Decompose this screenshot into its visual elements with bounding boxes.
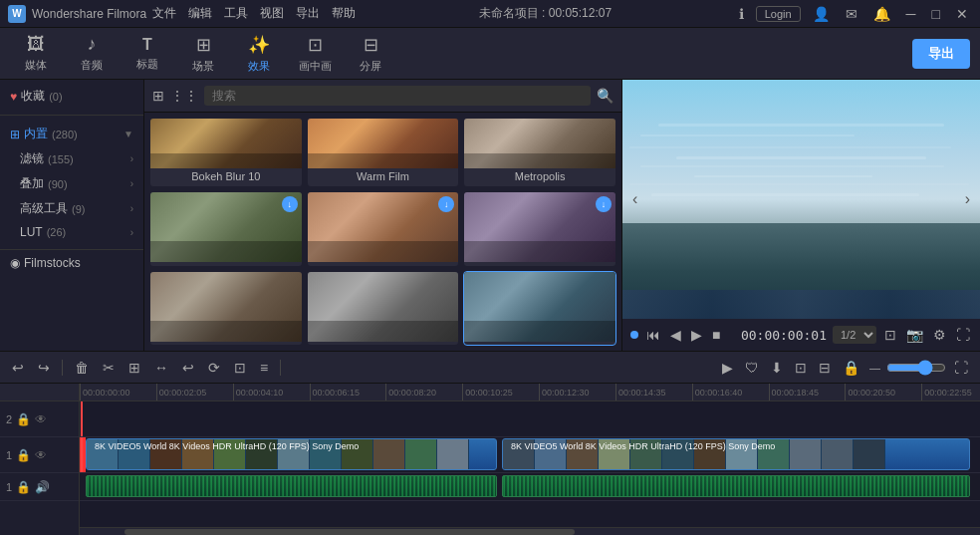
step-back-button[interactable]: ◀	[668, 325, 683, 345]
play-timeline-button[interactable]: ▶	[718, 358, 737, 378]
screenshot-button[interactable]: 📷	[904, 325, 925, 345]
clip-label-1: 8K VIDEO5 World 8K Videos HDR UltraHD (1…	[91, 439, 496, 451]
sidebar-section-favorites: ♥ 收藏 (0)	[0, 80, 143, 113]
effect-brannan[interactable]: ↓ Brannan	[464, 192, 615, 266]
sidebar-item-advanced[interactable]: 高级工具 (9) ›	[0, 196, 143, 221]
video-clip-2[interactable]: 8K VIDEO5 World 8K Videos HDR UltraHD (1…	[502, 438, 970, 470]
settings-button[interactable]: ⚙	[931, 325, 948, 345]
menu-help[interactable]: 帮助	[332, 5, 356, 22]
toolbar-media[interactable]: 🖼 媒体	[10, 32, 62, 76]
color-button[interactable]: ⊡	[230, 358, 250, 378]
preview-nav-left[interactable]: ‹	[632, 190, 637, 208]
effects-panel: ⊞ ⋮⋮ 🔍 Bokeh Blur 10 Warm Film	[144, 80, 621, 351]
effect-grey[interactable]: Grey	[308, 272, 459, 346]
audio-clip-1[interactable]	[86, 475, 497, 497]
sidebar-item-filter[interactable]: 滤镜 (155) ›	[0, 146, 143, 171]
close-button[interactable]: ✕	[952, 6, 972, 22]
layout-button[interactable]: ⊡	[791, 358, 811, 378]
ruler-tick: 00:00:06:15	[310, 384, 361, 401]
effect-bad-tv[interactable]: Bad TV Signal	[150, 272, 302, 346]
effect-metropolis[interactable]: Metropolis	[464, 119, 615, 186]
app-logo: W	[8, 5, 26, 23]
cut-button[interactable]: ✂	[99, 358, 119, 378]
toolbar-transition[interactable]: ⊞ 场景	[177, 32, 229, 76]
toolbar-audio[interactable]: ♪ 音频	[66, 32, 118, 76]
crop-button[interactable]: ⊞	[124, 358, 144, 378]
track-1: 8K VIDEO5 World 8K Videos HDR UltraHD (1…	[80, 437, 980, 473]
rotate-button[interactable]: ↩	[178, 358, 198, 378]
timeline: ↩ ↪ 🗑 ✂ ⊞ ↔ ↩ ⟳ ⊡ ≡ ▶ 🛡 ⬇ ⊡ ⊟ 🔒 — ⛶ 2 🔒	[0, 351, 980, 535]
effects-toolbar: ⊞ ⋮⋮ 🔍	[144, 80, 621, 113]
sort-icon[interactable]: ⋮⋮	[170, 88, 198, 104]
timeline-scrollbar[interactable]	[80, 527, 980, 535]
sidebar-item-lut[interactable]: LUT (26) ›	[0, 221, 143, 243]
track1-number: 1	[6, 449, 12, 461]
toolbar-splitscreen[interactable]: ⊟ 分屏	[345, 32, 396, 76]
sidebar-item-favorites[interactable]: ♥ 收藏 (0)	[0, 84, 143, 109]
audio-track-number: 1	[6, 481, 12, 493]
eye-icon[interactable]: 👁	[35, 412, 47, 426]
sidebar-item-all[interactable]: ⊞ 内置 (280) ▼	[0, 122, 143, 146]
ruler-tick: 00:00:02:05	[156, 384, 207, 401]
minimize-button[interactable]: ─	[902, 6, 920, 22]
audio-clip-2[interactable]	[502, 475, 970, 497]
menu-view[interactable]: 视图	[260, 5, 284, 22]
message-icon[interactable]: ✉	[842, 6, 861, 22]
preview-nav-right[interactable]: ›	[965, 190, 970, 208]
lock-icon2[interactable]: 🔒	[16, 448, 31, 462]
ratio-selector[interactable]: 1/2 1/1 1/4	[833, 326, 876, 344]
sidebar-item-filmstocks[interactable]: ◉ Filmstocks	[0, 252, 143, 274]
export-button[interactable]: 导出	[912, 39, 970, 69]
grid-view-icon[interactable]: ⊞	[152, 88, 164, 104]
maximize-button[interactable]: □	[928, 6, 944, 22]
info-icon[interactable]: ℹ	[735, 6, 748, 22]
track2-number: 2	[6, 413, 12, 425]
lock-button[interactable]: 🔒	[839, 358, 863, 378]
search-icon[interactable]: 🔍	[597, 88, 613, 104]
more-button[interactable]: ≡	[256, 358, 272, 378]
shield-button[interactable]: 🛡	[741, 358, 763, 378]
scroll-thumb[interactable]	[124, 529, 575, 535]
play-button[interactable]: ▶	[689, 325, 704, 345]
effects-label: 效果	[248, 59, 270, 74]
toolbar-effects[interactable]: ✨ 效果	[233, 32, 285, 76]
effect-bokeh-blur-4[interactable]: ↓ Bokeh Blur 4	[150, 192, 302, 266]
mirror-button[interactable]: ⟳	[204, 358, 224, 378]
zoom-slider[interactable]	[886, 360, 946, 376]
menu-edit[interactable]: 编辑	[188, 5, 212, 22]
menu-export[interactable]: 导出	[296, 5, 320, 22]
login-button[interactable]: Login	[756, 6, 801, 22]
speaker-icon[interactable]: 🔊	[35, 480, 50, 494]
redo-button[interactable]: ↪	[34, 358, 54, 378]
effect-warm-film[interactable]: Warm Film	[308, 119, 459, 186]
video-clip-1[interactable]: 8K VIDEO5 World 8K Videos HDR UltraHD (1…	[86, 438, 497, 470]
fullscreen-button[interactable]: ⛶	[954, 325, 972, 345]
favorites-label: 收藏	[21, 88, 45, 105]
effect-warm-glow[interactable]: ↓ Warm Glow	[308, 192, 459, 266]
undo-button[interactable]: ↩	[8, 358, 28, 378]
account-icon[interactable]: 👤	[809, 6, 834, 22]
sidebar-item-overlay[interactable]: 叠加 (90) ›	[0, 171, 143, 196]
search-input[interactable]	[204, 86, 591, 106]
effect-harry-potter[interactable]: Harry Potter	[464, 272, 615, 346]
fit-screen-button[interactable]: ⊡	[882, 325, 898, 345]
delete-button[interactable]: 🗑	[71, 358, 93, 378]
split-icon: ⊟	[364, 34, 378, 56]
stop-button[interactable]: ■	[710, 325, 722, 345]
toolbar-pip[interactable]: ⊡ 画中画	[289, 32, 341, 76]
effect-bokeh-blur-10[interactable]: Bokeh Blur 10	[150, 119, 302, 186]
split-label: 分屏	[360, 59, 381, 74]
lock-icon[interactable]: 🔒	[16, 412, 31, 426]
menu-tools[interactable]: 工具	[224, 5, 248, 22]
download-button[interactable]: ⬇	[767, 358, 787, 378]
split-button[interactable]: ↔	[150, 358, 172, 378]
lock-icon3[interactable]: 🔒	[16, 480, 31, 494]
menu-file[interactable]: 文件	[152, 5, 176, 22]
toolbar-title[interactable]: T 标题	[122, 32, 173, 76]
bell-icon[interactable]: 🔔	[869, 6, 894, 22]
fullscreen-timeline-button[interactable]: ⛶	[950, 358, 972, 378]
all-count: (280)	[52, 129, 78, 140]
skip-back-button[interactable]: ⏮	[644, 325, 662, 345]
eye-icon2[interactable]: 👁	[35, 448, 47, 462]
timeline-settings-button[interactable]: ⊟	[815, 358, 835, 378]
